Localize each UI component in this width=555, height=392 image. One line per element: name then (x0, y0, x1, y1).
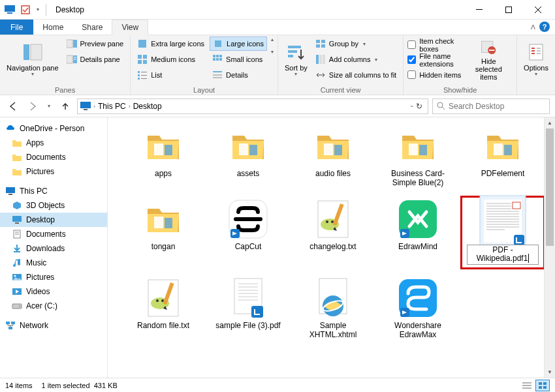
file-label: assets (237, 170, 260, 179)
svg-rect-55 (15, 222, 19, 224)
recent-dropdown[interactable]: ▾ (44, 98, 54, 114)
file-thumbnail (137, 198, 189, 240)
list-button[interactable]: List (135, 68, 207, 82)
ribbon-collapse-icon[interactable]: ᐱ (531, 23, 535, 31)
tree-onedrive-apps[interactable]: Apps (0, 136, 107, 150)
navigation-pane-button[interactable]: Navigation pane ▾ (4, 37, 61, 82)
file-item[interactable]: EdrawMind (375, 196, 460, 270)
svg-rect-116 (251, 306, 263, 318)
svg-rect-18 (138, 71, 140, 73)
large-icons-view-button[interactable] (535, 380, 550, 391)
properties-icon[interactable] (18, 3, 33, 17)
up-button[interactable] (57, 98, 73, 114)
file-list[interactable]: appsassetsaudio filesBusiness Card-Simpl… (108, 117, 544, 378)
layout-scroll-down[interactable]: ▾ (271, 49, 274, 55)
navigation-tree[interactable]: OneDrive - Person Apps Documents Picture… (0, 117, 108, 378)
search-input[interactable]: Search Desktop (432, 98, 550, 114)
file-label: tongan (151, 243, 176, 252)
details-view-button[interactable] (520, 380, 534, 391)
options-button[interactable]: Options ▾ (521, 37, 551, 82)
close-button[interactable] (523, 0, 552, 20)
tree-downloads[interactable]: Downloads (0, 241, 107, 256)
scroll-up[interactable]: ▲ (545, 117, 555, 128)
back-button[interactable] (5, 98, 21, 114)
tab-home[interactable]: Home (33, 20, 72, 35)
file-item[interactable]: changelog.txt (291, 196, 375, 270)
file-item[interactable]: audio files (291, 123, 375, 190)
tree-network[interactable]: Network (0, 318, 107, 333)
navigation-pane-label: Navigation pane (7, 64, 59, 72)
forward-button[interactable] (25, 98, 40, 114)
details-pane-button[interactable]: Details pane (64, 52, 127, 67)
file-item[interactable]: Wondershare EdrawMax (375, 275, 460, 342)
breadcrumb-dropdown[interactable]: ⌄ (409, 102, 415, 111)
minimize-button[interactable] (464, 0, 494, 20)
svg-point-50 (437, 102, 443, 108)
file-item[interactable]: Random file.txt (121, 275, 206, 342)
file-item[interactable]: apps (121, 123, 206, 190)
breadcrumb-desktop[interactable]: Desktop (133, 102, 162, 111)
svg-rect-27 (219, 55, 222, 57)
tab-file[interactable]: File (0, 20, 33, 35)
small-icons-button[interactable]: Small icons (210, 52, 267, 67)
group-label-panes: Panes (4, 85, 126, 94)
tree-desktop[interactable]: Desktop (0, 213, 107, 227)
file-item[interactable]: PDFelement (460, 123, 544, 190)
maximize-button[interactable] (494, 0, 523, 20)
file-label: changelog.txt (309, 243, 356, 252)
file-extensions-checkbox[interactable]: File name extensions (407, 53, 462, 67)
file-label: sample File (3).pdf (215, 322, 280, 331)
file-item[interactable]: tongan (121, 196, 206, 270)
group-by-button[interactable]: Group by▾ (313, 37, 399, 51)
chevron-right-icon[interactable]: › (129, 103, 131, 110)
file-item[interactable]: CapCut (206, 196, 291, 270)
tree-pictures[interactable]: Pictures (0, 270, 107, 284)
tree-music[interactable]: Music (0, 256, 107, 270)
file-item[interactable]: PDF - Wikipedia.pdf1 (460, 196, 544, 270)
tree-onedrive-documents[interactable]: Documents (0, 150, 107, 164)
qat-dropdown[interactable]: ▾ (34, 3, 42, 17)
tree-documents[interactable]: Documents (0, 227, 107, 241)
add-columns-button[interactable]: Add columns▾ (313, 52, 399, 67)
file-item[interactable]: sample File (3).pdf (206, 275, 291, 342)
svg-rect-65 (6, 322, 10, 324)
scroll-down[interactable]: ▼ (545, 367, 555, 378)
size-columns-button[interactable]: Size all columns to fit (313, 68, 399, 82)
tab-view[interactable]: View (112, 20, 148, 35)
svg-rect-46 (489, 50, 495, 51)
extra-large-icons-button[interactable]: Extra large icons (135, 37, 207, 51)
tree-videos[interactable]: Videos (0, 284, 107, 299)
hidden-items-checkbox[interactable]: Hidden items (407, 68, 462, 82)
divider (46, 4, 46, 16)
refresh-button[interactable]: ↻ (416, 102, 422, 111)
item-checkboxes-checkbox[interactable]: Item check boxes (407, 38, 462, 52)
explorer-icon[interactable] (3, 3, 17, 17)
vertical-scrollbar[interactable]: ▲ ▼ (544, 117, 555, 378)
breadcrumb-this-pc[interactable]: This PC (98, 102, 126, 111)
tree-3d-objects[interactable]: 3D Objects (0, 198, 107, 213)
layout-scroll-up[interactable]: ▴ (271, 37, 274, 42)
medium-icons-button[interactable]: Medium icons (135, 52, 207, 67)
chevron-right-icon[interactable]: › (93, 103, 95, 110)
tree-onedrive-pictures[interactable]: Pictures (0, 164, 107, 179)
scroll-thumb[interactable] (546, 128, 554, 246)
file-label[interactable]: PDF - Wikipedia.pdf1 (467, 245, 539, 265)
breadcrumb[interactable]: › This PC › Desktop ⌄ ↻ (77, 98, 428, 114)
sort-by-button[interactable]: Sort by ▾ (282, 37, 310, 82)
help-icon[interactable]: ? (539, 22, 550, 32)
hide-selected-button[interactable]: Hide selected items (464, 37, 513, 82)
tree-drive-c[interactable]: Acer (C:) (0, 299, 107, 313)
file-item[interactable]: Sample XHTML.xhtml (291, 275, 375, 342)
svg-rect-38 (321, 40, 325, 43)
svg-rect-41 (316, 55, 319, 64)
details-button[interactable]: Details (210, 68, 267, 82)
tab-share[interactable]: Share (72, 20, 112, 35)
window-title: Desktop (56, 5, 84, 14)
file-item[interactable]: assets (206, 123, 291, 190)
file-label: Sample XHTML.xhtml (297, 322, 369, 340)
tree-onedrive[interactable]: OneDrive - Person (0, 121, 107, 136)
preview-pane-button[interactable]: Preview pane (64, 37, 127, 51)
large-icons-button[interactable]: Large icons (210, 37, 267, 51)
tree-this-pc[interactable]: This PC (0, 184, 107, 198)
file-item[interactable]: Business Card-Simple Blue(2) (375, 123, 460, 190)
